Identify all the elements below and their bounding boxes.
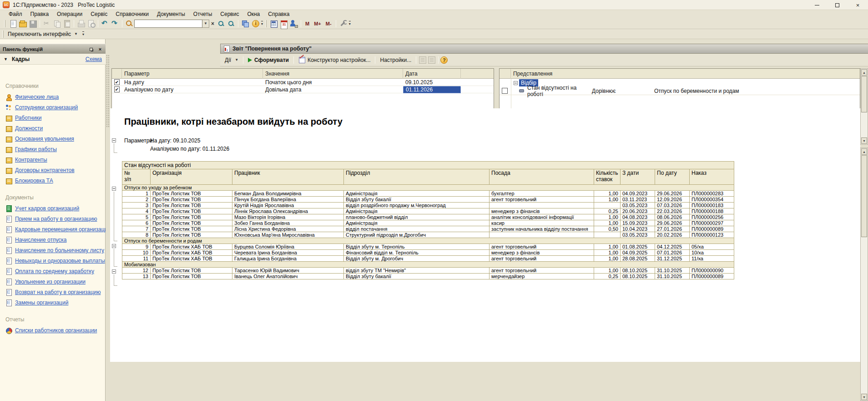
report-column-header[interactable]: По дату (655, 169, 690, 185)
memory-m-plus-button[interactable]: M+ (312, 20, 323, 27)
report-scrollbar[interactable]: ▲ ▼ (860, 147, 868, 401)
sidebar-item-label[interactable]: Невыходы и одноразовые выплаты (15, 258, 105, 264)
report-column-header[interactable]: Працівник (232, 169, 344, 185)
menu-item[interactable]: Файл (5, 10, 26, 18)
parameter-row[interactable]: ✔ Аналізуємо по дату Довільна дата 01.11… (112, 86, 494, 93)
report-column-header[interactable]: З дати (621, 169, 655, 185)
scrollbar-thumb[interactable] (861, 76, 867, 112)
search-dropdown-button[interactable]: ▼ (202, 20, 209, 28)
info-icon[interactable] (251, 19, 260, 28)
settings-button[interactable]: Настройки... (377, 56, 414, 65)
load-settings-icon[interactable] (419, 56, 426, 64)
checkbox-checked-icon[interactable]: ✔ (114, 79, 120, 85)
sidebar-item-label[interactable]: Блокировка ТА (15, 178, 53, 184)
switch-interface-button[interactable]: Переключить интерфейс (6, 30, 73, 38)
sidebar-item-label[interactable]: Начисление по больничному листу (15, 247, 104, 254)
panel-splitter[interactable] (106, 39, 110, 401)
report-row[interactable]: 11 ПроТек Логістик ХАБ ТОВ Галицька Ірин… (122, 256, 734, 262)
report-column-header[interactable]: № з/п (122, 169, 151, 185)
report-row[interactable]: 13 ПроТек Логістик ТОВ Іванець Олег Анат… (122, 274, 734, 279)
act-button[interactable]: Дії▼ (222, 56, 241, 65)
sidebar-item-label[interactable]: Возврат на работу в организацию (15, 289, 101, 295)
sidebar-item-label[interactable]: Увольнение из организации (15, 279, 86, 285)
sidebar-item-label[interactable]: Физические лица (15, 94, 59, 100)
sidebar-item[interactable]: Списки работников организации (5, 327, 105, 334)
menu-item[interactable]: Сервіс (86, 10, 111, 18)
scroll-up-icon[interactable]: ▲ (861, 148, 867, 155)
col-date[interactable]: Дата (403, 69, 461, 79)
maximize-button[interactable] (827, 0, 848, 10)
top-scrollbar[interactable]: ▲ ▼ (860, 68, 868, 145)
checkbox-checked-icon[interactable]: ✔ (114, 86, 120, 92)
filter-condition-row[interactable]: Стан відсутності на роботі Дорівнює Отпу… (500, 87, 860, 95)
memory-m-button[interactable]: M (303, 20, 312, 27)
report-row[interactable]: 1 ПроТек Логістик ТОВ Бегман Дана Володи… (122, 191, 734, 197)
group-collapse-button[interactable] (112, 269, 116, 274)
sidebar-item[interactable]: Графики работы (5, 146, 105, 153)
sidebar-item[interactable]: Контрагенты (5, 156, 105, 163)
open-icon[interactable] (18, 19, 27, 28)
scrollbar-thumb[interactable] (861, 155, 867, 237)
report-row[interactable]: 8 ПроТек Логістик ТОВ Юхновська Мар'яна … (122, 232, 734, 238)
sidebar-item[interactable]: Должности (5, 125, 105, 132)
sidebar-item[interactable]: Оплата по среднему заработку (5, 268, 105, 275)
undo-icon[interactable] (101, 19, 110, 28)
col-representation[interactable]: Представлення (511, 69, 860, 79)
sidebar-item[interactable]: Блокировка ТА (5, 177, 105, 184)
parameter-row[interactable]: ✔ На дату Початок цього дня 09.10.2025 (112, 79, 494, 86)
checkbox-unchecked-icon[interactable] (502, 88, 508, 94)
redo-icon[interactable] (111, 19, 120, 28)
sidebar-item-label[interactable]: Сотрудники организаций (15, 104, 78, 111)
new-document-icon[interactable] (8, 19, 17, 28)
find-next-icon[interactable] (217, 19, 226, 28)
paste-icon[interactable] (62, 19, 71, 28)
interface-more-arrow-icon[interactable]: ▾ (82, 31, 84, 36)
save-icon[interactable] (28, 19, 37, 28)
report-column-header[interactable]: Посада (490, 169, 594, 185)
sidebar-item-label[interactable]: Оплата по среднему заработку (15, 268, 94, 274)
sidebar-item-label[interactable]: Работники (15, 115, 41, 121)
sidebar-item[interactable]: Увольнение из организации (5, 278, 105, 285)
col-parameter[interactable]: Параметр (122, 69, 263, 79)
save-settings-icon[interactable] (428, 56, 435, 64)
scroll-up-icon[interactable]: ▲ (861, 69, 867, 76)
menu-item[interactable]: Правка (26, 10, 53, 18)
sidebar-item[interactable]: Сотрудники организаций (5, 104, 105, 111)
settings-constructor-button[interactable]: Конструктор настройок... (296, 55, 373, 65)
report-column-header[interactable]: Організація (151, 169, 232, 185)
sidebar-item[interactable]: Основания увольнения (5, 135, 105, 142)
copy-icon[interactable] (52, 19, 61, 28)
toolbar-grip[interactable] (265, 20, 267, 27)
report-column-header[interactable]: Підрозділ (344, 169, 490, 185)
scroll-down-icon[interactable]: ▼ (861, 137, 867, 144)
report-row[interactable]: 10 ПроТек Логістик ХАБ ТОВ Черевата Ірин… (122, 250, 734, 256)
find-previous-icon[interactable] (227, 19, 236, 28)
report-row[interactable]: 7 ПроТек Логістик ТОВ Лісна Христина Фед… (122, 226, 734, 232)
auto-hide-pin-button[interactable] (87, 46, 95, 53)
help-icon[interactable]: ? (440, 56, 448, 64)
sidebar-item[interactable]: Кадровые перемещения организаций (5, 226, 105, 233)
sidebar-item-label[interactable]: Контрагенты (15, 157, 47, 163)
menu-item[interactable]: Операции (53, 10, 86, 18)
sidebar-item-label[interactable]: Графики работы (15, 146, 57, 152)
report-row[interactable]: 3 ПроТек Логістик ТОВ Крутій Надія Яросл… (122, 203, 734, 208)
search-input[interactable] (134, 20, 202, 28)
group-collapse-button[interactable] (112, 187, 116, 191)
sidebar-item[interactable]: Начисление по больничному листу (5, 247, 105, 254)
report-row[interactable]: 5 ПроТек Логістик ТОВ Мазо Вікторія Ігор… (122, 214, 734, 220)
sidebar-item[interactable]: Замены организаций (5, 299, 105, 306)
windows-list-icon[interactable] (241, 19, 250, 28)
group-collapse-button[interactable] (112, 138, 116, 142)
toolbar-grip[interactable] (2, 30, 4, 38)
close-button[interactable]: × (848, 0, 868, 10)
sidebar-item-label[interactable]: Договоры контрагентов (15, 167, 75, 173)
menu-item[interactable]: Окна (243, 10, 264, 18)
sidebar-item-label[interactable]: Списки работников организации (15, 327, 97, 334)
report-table-title[interactable]: Стан відсутності на роботі (122, 162, 734, 169)
report-group-row[interactable]: Мобилизован (122, 262, 734, 268)
toolbar-grip[interactable] (4, 20, 5, 27)
selected-date-cell[interactable]: 01.11.2026 (403, 86, 461, 93)
print-icon[interactable] (76, 19, 86, 28)
search-icon[interactable] (125, 19, 134, 28)
menu-item[interactable]: Справочники (111, 10, 153, 18)
